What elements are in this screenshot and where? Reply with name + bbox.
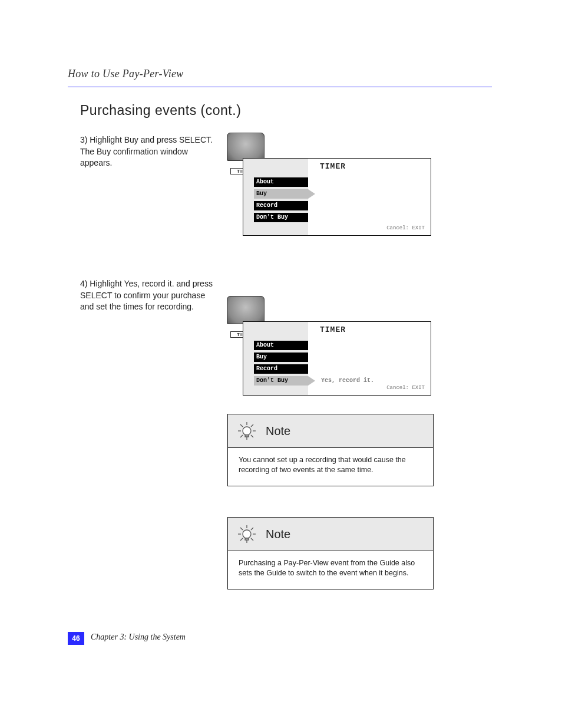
svg-line-15: [251, 538, 253, 541]
svg-line-16: [240, 538, 243, 541]
note-box: Note Purchasing a Pay-Per-View event fro…: [227, 517, 434, 589]
svg-line-17: [251, 528, 253, 530]
menu-item-dont-buy[interactable]: Don't Buy: [254, 212, 419, 223]
panel-hint: Cancel: EXIT: [386, 385, 425, 391]
header-rule: [68, 87, 492, 87]
page-number: 46: [68, 632, 84, 645]
menu-item-record[interactable]: Record: [254, 200, 419, 212]
menu-item-about[interactable]: About: [254, 340, 419, 351]
menu-item-label: Record: [254, 364, 308, 374]
lightbulb-icon: [236, 420, 257, 442]
svg-line-5: [240, 424, 243, 427]
panel-hint: Cancel: EXIT: [386, 225, 425, 232]
running-footer: Chapter 3: Using the System: [91, 633, 186, 642]
running-header: How to Use Pay-Per-View: [68, 68, 492, 80]
note-body: You cannot set up a recording that would…: [228, 448, 433, 486]
menu-item-label: Don't Buy: [254, 213, 308, 222]
menu-item-about[interactable]: About: [254, 176, 419, 188]
menu-item-label: About: [254, 341, 308, 350]
menu-item-label: Buy: [254, 353, 308, 362]
svg-point-0: [243, 427, 251, 435]
menu-item-value: Yes, record it.: [321, 377, 374, 384]
menu-item-buy[interactable]: Buy: [254, 188, 419, 200]
note-box: Note You cannot set up a recording that …: [227, 414, 434, 486]
lightbulb-icon: [236, 523, 257, 545]
step-3-text: 3) Highlight Buy and press SELECT. The B…: [80, 134, 214, 169]
menu-item-record[interactable]: Record: [254, 363, 419, 375]
step-4-text: 4) Highlight Yes, record it. and press S…: [80, 278, 214, 313]
svg-line-14: [240, 528, 243, 530]
panel-title: TIMER: [320, 162, 346, 172]
menu-item-label: About: [254, 177, 308, 187]
svg-line-7: [240, 435, 243, 437]
svg-line-8: [251, 424, 253, 427]
svg-line-6: [251, 435, 253, 437]
note-body: Purchasing a Pay-Per-View event from the…: [228, 551, 433, 589]
menu-item-label: Buy: [254, 189, 308, 199]
note-title: Note: [266, 424, 290, 438]
menu-item-label: Don't Buy: [254, 376, 308, 386]
chevron-right-icon: [308, 376, 315, 386]
chevron-right-icon: [308, 189, 315, 199]
menu-panel-buy: TIMER About Buy Record Don't Buy Cancel:…: [243, 158, 431, 236]
svg-point-9: [243, 530, 251, 538]
note-title: Note: [266, 528, 290, 541]
menu-panel-confirm: TIMER About Buy Record Don't Buy Yes, re…: [243, 321, 431, 396]
panel-title: TIMER: [320, 325, 346, 335]
section-title: Purchasing events (cont.): [80, 103, 241, 118]
menu-item-buy[interactable]: Buy: [254, 351, 419, 363]
menu-item-label: Record: [254, 201, 308, 210]
